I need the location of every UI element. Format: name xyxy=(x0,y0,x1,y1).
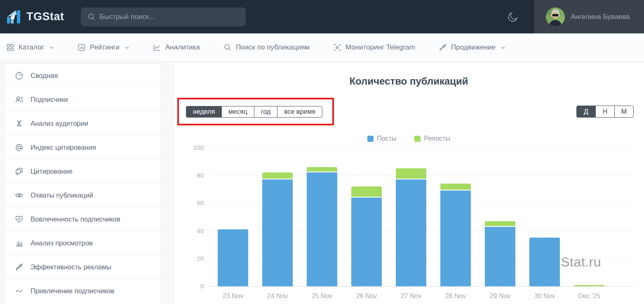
sidebar-item-subscriber-acquisition[interactable]: Привлечение подписчиков xyxy=(5,279,161,303)
granularity-month-button[interactable]: М xyxy=(614,106,634,118)
sidebar-label: Охваты публикаций xyxy=(31,191,93,199)
sidebar-item-summary[interactable]: Сводная xyxy=(5,64,161,87)
granularity-week-button[interactable]: Н xyxy=(595,106,615,118)
dark-mode-toggle[interactable] xyxy=(507,11,519,23)
legend-label-posts: Посты xyxy=(377,135,396,142)
rocket-icon xyxy=(439,43,447,52)
dna-icon xyxy=(14,119,24,128)
nav-item-analytics[interactable]: Аналитика xyxy=(153,43,200,52)
legend-item-reposts[interactable]: Репосты xyxy=(414,135,450,142)
bar-24 Nov[interactable] xyxy=(255,148,300,286)
sidebar-item-audience-analysis[interactable]: Анализ аудитории xyxy=(5,111,161,135)
nav-label: Продвижение xyxy=(451,43,496,52)
period-month-button[interactable]: месяц xyxy=(221,106,254,118)
x-axis-label: 29 Nov xyxy=(478,292,522,300)
bar-27 Nov[interactable] xyxy=(389,148,433,286)
brand-title: TGStat xyxy=(26,10,64,23)
avatar xyxy=(546,7,565,26)
legend-swatch-reposts xyxy=(414,136,421,142)
bar-segment-Посты xyxy=(396,179,426,286)
period-year-button[interactable]: год xyxy=(254,106,277,118)
nav-item-promotion[interactable]: Продвижение xyxy=(439,43,505,52)
gauge-icon xyxy=(14,71,24,80)
quote-boxes-icon xyxy=(14,167,24,176)
eye-icon xyxy=(14,191,24,200)
y-axis-label: 60 xyxy=(186,199,204,206)
granularity-toggle-group: Д Н М xyxy=(576,106,634,118)
nav-label: Рейтинги xyxy=(90,43,120,52)
bar-segment-Посты xyxy=(351,198,382,286)
sidebar-label: Индекс цитирования xyxy=(31,144,96,151)
nav-item-ratings[interactable]: Рейтинги xyxy=(78,43,129,52)
x-axis-tick xyxy=(500,287,501,290)
x-axis-tick xyxy=(456,287,456,290)
scan-target-icon xyxy=(333,43,341,52)
bar-segment-Репосты xyxy=(485,221,515,226)
legend-swatch-posts xyxy=(367,136,374,142)
chevron-down-icon xyxy=(49,45,54,50)
nav-label: Поиск по публикациям xyxy=(236,43,310,52)
bar-25 Nov[interactable] xyxy=(300,148,344,286)
bar-28 Nov[interactable] xyxy=(433,148,478,286)
bar-23 Nov[interactable] xyxy=(211,148,255,286)
gridline xyxy=(209,147,633,148)
x-axis-tick xyxy=(277,287,278,290)
nav-item-catalog[interactable]: Каталог xyxy=(6,43,54,52)
sidebar-label: Анализ просмотров xyxy=(31,239,93,247)
sidebar-label: Сводная xyxy=(31,72,58,80)
tgstat-logo-icon xyxy=(6,9,22,25)
sidebar-item-ad-effectiveness[interactable]: Эффективность рекламы xyxy=(5,255,161,279)
bar-30 Nov[interactable] xyxy=(522,148,567,286)
bar-segment-Посты xyxy=(218,229,248,286)
x-axis-tick xyxy=(589,287,590,290)
quick-search[interactable] xyxy=(81,7,246,26)
x-axis-tick xyxy=(411,287,411,290)
legend-item-posts[interactable]: Посты xyxy=(367,135,396,142)
chart-plot: TGStat.ru 02040608010023 Nov24 Nov25 Nov… xyxy=(209,148,633,287)
period-week-button[interactable]: неделя xyxy=(186,106,222,118)
x-axis-tick xyxy=(233,287,233,290)
at-sign-icon xyxy=(14,143,24,152)
nav-item-monitoring[interactable]: Мониторинг Telegram xyxy=(333,43,415,52)
x-axis-tick xyxy=(322,287,322,290)
chart-title: Количество публикаций xyxy=(174,75,644,87)
period-alltime-button[interactable]: все время xyxy=(277,106,322,118)
x-axis-label: 28 Nov xyxy=(433,292,478,300)
sidebar-item-publication-reach[interactable]: Охваты публикаций xyxy=(5,183,161,207)
sidebar-label: Эффективность рекламы xyxy=(31,263,111,271)
sidebar-item-citation-index[interactable]: Индекс цитирования xyxy=(5,135,161,159)
sidebar-item-engagement[interactable]: Вовлеченность подписчиков xyxy=(5,207,161,231)
content-area: Сводная Подписчики Анализ аудитории xyxy=(0,62,644,304)
nav-item-publication-search[interactable]: Поиск по публикациям xyxy=(223,43,310,52)
line-chart-icon xyxy=(153,43,161,52)
sidebar-label: Анализ аудитории xyxy=(31,120,88,127)
bar-Dec '25[interactable] xyxy=(567,148,611,286)
user-menu[interactable]: Ангелина Буваева xyxy=(534,0,644,33)
bar-segment-Посты xyxy=(307,172,337,286)
sidebar-menu: Сводная Подписчики Анализ аудитории xyxy=(4,63,161,304)
chevron-down-icon xyxy=(125,45,129,50)
users-icon xyxy=(14,95,24,104)
bar-26 Nov[interactable] xyxy=(344,148,389,286)
sidebar-item-views-analysis[interactable]: Анализ просмотров xyxy=(5,231,161,255)
sidebar-item-subscribers[interactable]: Подписчики xyxy=(5,87,161,111)
bar-29 Nov[interactable] xyxy=(478,148,522,286)
sidebar-label: Подписчики xyxy=(31,96,68,104)
granularity-day-button[interactable]: Д xyxy=(576,106,596,118)
search-input[interactable] xyxy=(100,13,239,21)
sidebar-item-citation[interactable]: Цитирование xyxy=(5,159,161,183)
search-icon xyxy=(87,13,96,21)
bar-segment-Репосты xyxy=(307,167,337,172)
grid-icon xyxy=(6,43,14,52)
chevron-down-icon xyxy=(501,45,505,50)
bar-segment-Посты xyxy=(440,191,471,286)
bar-segment-Репосты xyxy=(574,285,604,286)
x-axis-tick xyxy=(545,287,545,290)
tgstat-logo[interactable]: TGStat xyxy=(6,9,64,25)
bar-segment-Репосты xyxy=(396,168,426,179)
x-axis-label: 27 Nov xyxy=(389,292,433,300)
heart-pulse-icon xyxy=(14,215,24,224)
y-axis-label: 0 xyxy=(186,283,204,290)
wave-line-icon xyxy=(14,287,24,295)
nav-label: Аналитика xyxy=(165,43,200,52)
